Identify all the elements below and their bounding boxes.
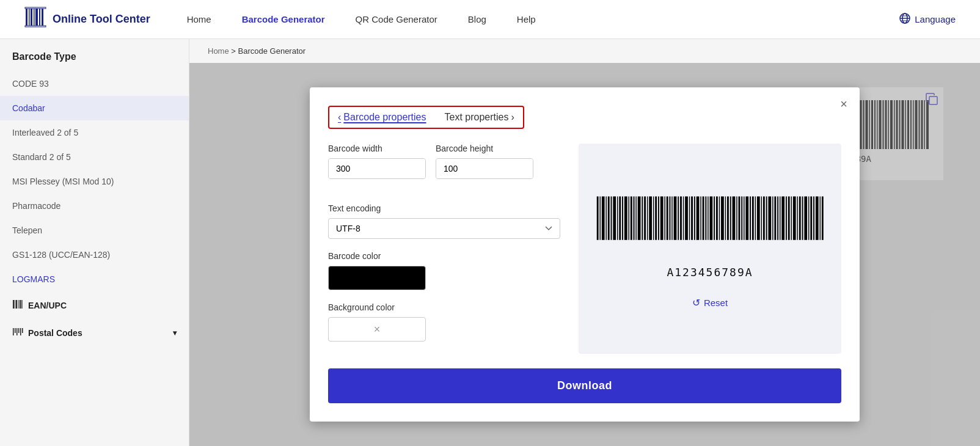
- sidebar-item-pharmacode[interactable]: Pharmacode: [0, 194, 189, 218]
- nav-blog[interactable]: Blog: [468, 14, 486, 24]
- svg-rect-7: [25, 7, 46, 9]
- sidebar-section-ean[interactable]: EAN/UPC: [0, 291, 189, 319]
- breadcrumb-home[interactable]: Home: [208, 46, 229, 56]
- tab-chevron-right: ›: [511, 112, 514, 123]
- nav-home[interactable]: Home: [187, 14, 211, 24]
- svg-rect-153: [780, 197, 780, 240]
- svg-rect-162: [804, 197, 807, 240]
- svg-rect-90: [605, 197, 606, 240]
- svg-rect-106: [649, 197, 652, 240]
- svg-rect-142: [750, 197, 751, 240]
- language-label: Language: [915, 14, 956, 24]
- sidebar-item-logmars[interactable]: LOGMARS: [0, 267, 189, 291]
- svg-rect-89: [602, 197, 605, 240]
- barcode-height-field[interactable]: [436, 159, 533, 178]
- tab-barcode-properties-label: Barcode properties: [343, 112, 426, 123]
- sidebar-item-codabar[interactable]: Codabar: [0, 96, 189, 120]
- bg-color-swatch[interactable]: ×: [328, 317, 426, 342]
- nav: Home Barcode Generator QR Code Generator…: [187, 14, 899, 24]
- svg-rect-0: [26, 9, 27, 26]
- svg-rect-87: [597, 197, 599, 240]
- nav-help[interactable]: Help: [517, 14, 536, 24]
- svg-rect-152: [777, 197, 778, 240]
- svg-rect-92: [611, 197, 612, 240]
- svg-rect-157: [791, 197, 792, 240]
- tab-text-properties[interactable]: Text properties ›: [445, 112, 514, 123]
- sidebar-item-gs1128[interactable]: GS1-128 (UCC/EAN-128): [0, 243, 189, 267]
- bg-color-label: Background color: [328, 302, 560, 312]
- barcode-width-field[interactable]: [329, 159, 426, 178]
- svg-rect-127: [708, 197, 708, 240]
- barcode-color-swatch[interactable]: [328, 266, 426, 290]
- svg-rect-139: [741, 197, 742, 240]
- svg-rect-112: [667, 197, 668, 240]
- svg-rect-18: [20, 300, 21, 309]
- svg-rect-20: [13, 328, 14, 335]
- svg-rect-2: [31, 9, 32, 26]
- svg-rect-19: [21, 300, 23, 309]
- sidebar-item-telepen[interactable]: Telepen: [0, 218, 189, 243]
- svg-rect-102: [638, 197, 641, 240]
- svg-rect-144: [755, 197, 756, 240]
- svg-rect-147: [763, 197, 765, 240]
- svg-rect-22: [16, 328, 18, 335]
- sidebar-section-postal[interactable]: Postal Codes ▾: [0, 319, 189, 346]
- svg-rect-143: [752, 197, 754, 240]
- barcode-preview-text: A123456789A: [667, 266, 753, 279]
- svg-rect-107: [653, 197, 654, 240]
- svg-rect-133: [725, 197, 726, 240]
- svg-rect-159: [797, 197, 798, 240]
- nav-barcode-generator[interactable]: Barcode Generator: [242, 14, 325, 24]
- svg-rect-167: [820, 197, 821, 240]
- svg-rect-122: [694, 197, 695, 240]
- svg-rect-155: [786, 197, 787, 240]
- svg-rect-114: [671, 197, 672, 240]
- download-button[interactable]: Download: [328, 368, 841, 403]
- svg-rect-1: [29, 9, 30, 26]
- sidebar-item-msi[interactable]: MSI Plessey (MSI Mod 10): [0, 169, 189, 194]
- sidebar-item-standard25[interactable]: Standard 2 of 5: [0, 145, 189, 169]
- nav-qr-code[interactable]: QR Code Generator: [356, 14, 437, 24]
- breadcrumb-separator: >: [231, 46, 236, 56]
- breadcrumb-current: Barcode Generator: [238, 46, 306, 56]
- svg-rect-25: [22, 328, 23, 333]
- svg-rect-113: [670, 197, 671, 240]
- svg-rect-134: [727, 197, 729, 240]
- sidebar-item-code93[interactable]: CODE 93: [0, 71, 189, 96]
- svg-rect-24: [20, 328, 21, 335]
- svg-rect-151: [774, 197, 776, 240]
- reset-button[interactable]: ↺ Reset: [692, 297, 728, 309]
- text-encoding-select[interactable]: UTF-8 ASCII ISO-8859-1: [328, 218, 560, 239]
- sidebar-item-interleaved[interactable]: Interleaved 2 of 5: [0, 120, 189, 145]
- modal-close-button[interactable]: ×: [840, 97, 847, 111]
- svg-rect-14: [13, 300, 14, 309]
- bg-color-group: Background color ×: [328, 302, 560, 342]
- svg-rect-23: [18, 328, 20, 333]
- barcode-section-icon: [12, 299, 23, 312]
- svg-rect-118: [683, 197, 684, 240]
- language-selector[interactable]: Language: [899, 12, 956, 26]
- svg-rect-146: [761, 197, 762, 240]
- barcode-height-input[interactable]: ▲ ▼: [436, 158, 533, 179]
- logo[interactable]: Online Tool Center: [24, 6, 150, 32]
- svg-rect-8: [25, 26, 46, 27]
- svg-rect-117: [680, 197, 682, 240]
- svg-rect-99: [631, 197, 632, 240]
- content-area: Home > Barcode Generator: [189, 39, 980, 446]
- barcode-height-label: Barcode height: [436, 144, 533, 153]
- tab-barcode-properties[interactable]: ‹ Barcode properties: [338, 112, 426, 123]
- svg-rect-165: [813, 197, 814, 240]
- preview-barcode-svg: [594, 189, 826, 262]
- svg-rect-156: [788, 197, 790, 240]
- svg-rect-124: [700, 197, 701, 240]
- postal-chevron-icon: ▾: [173, 329, 177, 337]
- svg-rect-17: [18, 300, 19, 309]
- barcode-width-input[interactable]: ▲ ▼: [328, 158, 426, 179]
- tab-text-properties-label: Text properties: [445, 112, 509, 123]
- svg-rect-150: [772, 197, 773, 240]
- content-body: 23456789A × ‹ Barcode properties Text: [189, 63, 980, 446]
- barcode-width-label: Barcode width: [328, 144, 426, 153]
- logo-text: Online Tool Center: [53, 13, 150, 26]
- svg-rect-161: [802, 197, 803, 240]
- svg-rect-163: [808, 197, 809, 240]
